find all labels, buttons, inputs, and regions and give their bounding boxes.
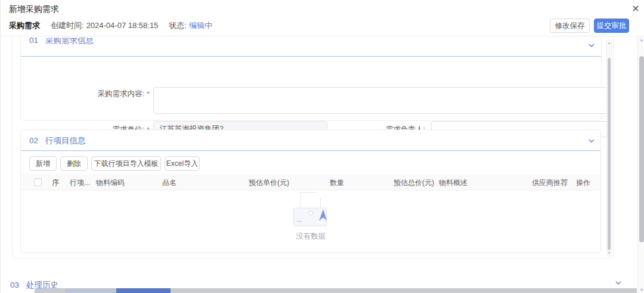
chevron-down-icon[interactable] <box>588 42 595 49</box>
chevron-down-icon[interactable] <box>615 279 622 286</box>
document-header: 采购需求 创建时间:2024-04-07 18:58:15 状态:编辑中 <box>9 20 212 31</box>
modal-title: 新增采购需求 <box>9 4 59 15</box>
section-01-header: 01采购需求信息 <box>29 38 94 46</box>
empty-text: 没有数据 <box>21 232 600 242</box>
status: 状态:编辑中 <box>169 20 212 31</box>
col-seq: 序 <box>52 178 59 188</box>
outer-scrollbar-thumb[interactable] <box>639 56 644 242</box>
hscroll-segment <box>65 288 116 293</box>
col-quantity: 数量 <box>330 178 344 188</box>
section-01-underline <box>21 56 601 57</box>
section-01-box: 01采购需求信息 采购需求内容: * 需求单位: * 需求负责人: <box>20 38 602 121</box>
empty-state: 没有数据 <box>21 192 600 242</box>
new-purchase-request-modal: 新增采购需求 ✕ 采购需求 创建时间:2024-04-07 18:58:15 状… <box>0 0 644 293</box>
content-viewport: 01采购需求信息 采购需求内容: * 需求单位: * 需求负责人: 02行项目信… <box>1 38 637 293</box>
col-est-total-price: 预估总价(元) <box>394 178 434 188</box>
cursor-icon <box>315 209 329 223</box>
section-02-box: 02行项目信息 新增 删除 下载行项目导入模板 Excel导入 序 行项... … <box>20 129 601 253</box>
inner-vertical-scrollbar[interactable]: ▲ ▼ <box>606 39 612 257</box>
section-01-body: 采购需求内容: * 需求单位: * 需求负责人: <box>21 66 602 121</box>
add-row-button[interactable]: 新增 <box>29 156 57 171</box>
col-material-desc: 物料概述 <box>439 178 467 188</box>
col-material-code: 物料编码 <box>96 178 125 188</box>
col-actions: 操作 <box>576 178 590 188</box>
created-time: 创建时间:2024-04-07 18:58:15 <box>51 20 158 31</box>
delete-row-button[interactable]: 删除 <box>60 156 88 171</box>
close-icon[interactable]: ✕ <box>629 2 642 16</box>
scroll-down-icon[interactable]: ▼ <box>607 251 611 255</box>
section-02-underline <box>21 150 600 151</box>
select-all-checkbox[interactable] <box>34 178 42 186</box>
save-button[interactable]: 修改保存 <box>550 18 590 33</box>
empty-box-icon <box>293 192 329 227</box>
status-value-link[interactable]: 编辑中 <box>189 21 212 30</box>
col-supplier-recommend: 供应商推荐 <box>532 178 568 188</box>
outer-vertical-scrollbar[interactable]: ▲ ▼ <box>637 36 644 293</box>
table-header-row: 序 行项... 物料编码 品名 预估单价(元) 数量 预估总价(元) 物料概述 … <box>21 174 600 190</box>
content-label: 采购需求内容: <box>69 89 144 99</box>
scroll-up-icon[interactable]: ▲ <box>607 41 611 45</box>
hscroll-thumb[interactable] <box>116 288 171 293</box>
submit-approval-button[interactable]: 提交审批 <box>594 18 629 33</box>
scroll-up-icon[interactable]: ▲ <box>638 38 644 42</box>
col-line-item: 行项... <box>70 178 90 188</box>
horizontal-scrollbar[interactable] <box>35 288 637 293</box>
scroll-down-icon[interactable]: ▼ <box>638 288 644 292</box>
content-textarea[interactable] <box>153 87 610 114</box>
required-mark: * <box>147 90 150 98</box>
col-product-name: 品名 <box>162 178 177 188</box>
doc-type-title: 采购需求 <box>9 20 40 31</box>
col-est-unit-price: 预估单价(元) <box>249 178 289 188</box>
header-divider <box>1 36 644 36</box>
chevron-down-icon[interactable] <box>588 137 595 144</box>
section-02-header: 02行项目信息 <box>29 135 86 146</box>
download-template-button[interactable]: 下载行项目导入模板 <box>91 156 161 171</box>
excel-import-button[interactable]: Excel导入 <box>165 156 200 171</box>
inner-scrollbar-thumb[interactable] <box>608 58 611 250</box>
